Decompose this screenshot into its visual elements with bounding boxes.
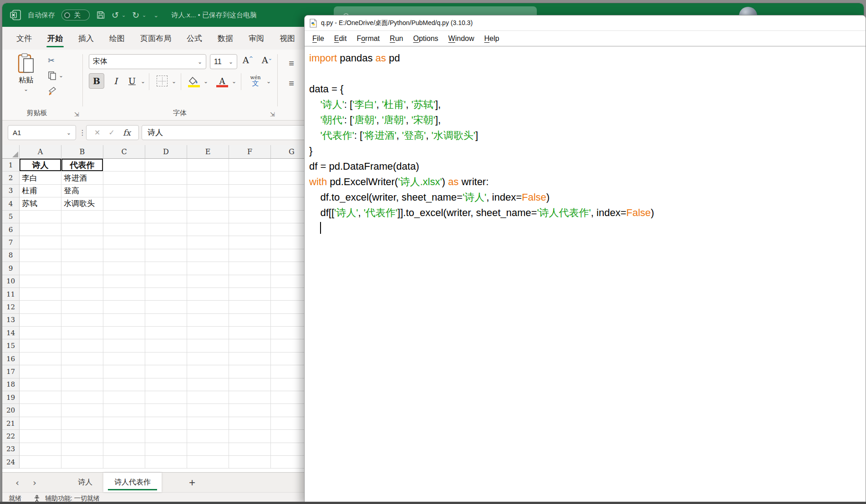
cell-F6[interactable]: [229, 223, 271, 236]
row-header-6[interactable]: 6: [2, 223, 20, 236]
cell-D17[interactable]: [145, 365, 187, 378]
cell-F14[interactable]: [229, 327, 271, 339]
sheet-tab-诗人[interactable]: 诗人: [67, 473, 103, 492]
align-button[interactable]: ≡: [281, 55, 302, 71]
cell-D11[interactable]: [145, 288, 187, 301]
cell-C5[interactable]: [103, 211, 145, 223]
row-header-19[interactable]: 19: [2, 391, 20, 404]
undo-chevron-icon[interactable]: ⌄: [122, 12, 126, 18]
ribbon-tab-公式[interactable]: 公式: [179, 27, 210, 50]
cell-B15[interactable]: [61, 339, 103, 352]
format-painter-button[interactable]: [48, 86, 63, 96]
autosave-toggle[interactable]: 关: [61, 10, 90, 20]
cell-C7[interactable]: [103, 236, 145, 249]
ribbon-tab-数据[interactable]: 数据: [210, 27, 241, 50]
font-dialog-launcher-icon[interactable]: ⇲: [270, 111, 275, 118]
cell-F22[interactable]: [229, 430, 271, 443]
cell-D10[interactable]: [145, 275, 187, 288]
cell-F10[interactable]: [229, 275, 271, 288]
code-editor[interactable]: import pandas as pddata = { '诗人': ['李白',…: [305, 46, 866, 504]
more-options-icon[interactable]: ⋮: [79, 125, 86, 140]
cell-E21[interactable]: [187, 417, 229, 430]
cell-C16[interactable]: [103, 353, 145, 365]
cell-A1[interactable]: 诗人: [20, 159, 61, 171]
cell-D7[interactable]: [145, 236, 187, 249]
grow-font-button[interactable]: A^: [243, 55, 253, 65]
row-header-3[interactable]: 3: [2, 185, 20, 197]
cell-F7[interactable]: [229, 236, 271, 249]
underline-chevron-icon[interactable]: ⌄: [141, 79, 145, 84]
cell-D14[interactable]: [145, 327, 187, 339]
cell-F11[interactable]: [229, 288, 271, 301]
insert-function-icon[interactable]: fx: [123, 128, 131, 137]
cell-E4[interactable]: [187, 197, 229, 210]
cell-E20[interactable]: [187, 404, 229, 417]
cell-C11[interactable]: [103, 288, 145, 301]
ribbon-tab-审阅[interactable]: 审阅: [241, 27, 272, 50]
ribbon-tab-绘图[interactable]: 绘图: [102, 27, 132, 50]
row-header-16[interactable]: 16: [2, 353, 20, 365]
cell-C20[interactable]: [103, 404, 145, 417]
cell-C13[interactable]: [103, 314, 145, 327]
cell-C19[interactable]: [103, 391, 145, 404]
cell-D9[interactable]: [145, 262, 187, 275]
cell-D18[interactable]: [145, 378, 187, 391]
cell-C18[interactable]: [103, 378, 145, 391]
cell-E1[interactable]: [187, 159, 229, 171]
cell-E5[interactable]: [187, 211, 229, 223]
cell-A8[interactable]: [20, 249, 61, 262]
cell-D16[interactable]: [145, 353, 187, 365]
cell-F19[interactable]: [229, 391, 271, 404]
quick-access-chevron-icon[interactable]: ⌄: [153, 12, 158, 19]
fill-color-chevron-icon[interactable]: ⌄: [204, 79, 208, 84]
row-header-21[interactable]: 21: [2, 417, 20, 430]
bold-button[interactable]: B: [89, 73, 104, 89]
cell-E15[interactable]: [187, 339, 229, 352]
row-header-24[interactable]: 24: [2, 456, 20, 469]
select-all-corner[interactable]: [2, 145, 20, 159]
cell-D2[interactable]: [145, 171, 187, 184]
cell-A13[interactable]: [20, 314, 61, 327]
cell-A14[interactable]: [20, 327, 61, 339]
ribbon-tab-页面布局[interactable]: 页面布局: [132, 27, 179, 50]
code-line-7[interactable]: }: [309, 143, 866, 159]
name-box[interactable]: A1 ⌄: [8, 125, 76, 140]
underline-button[interactable]: U: [124, 73, 140, 89]
row-header-7[interactable]: 7: [2, 236, 20, 249]
cell-C14[interactable]: [103, 327, 145, 339]
row-header-22[interactable]: 22: [2, 430, 20, 443]
cell-C1[interactable]: [103, 159, 145, 171]
phonetic-chevron-icon[interactable]: ⌄: [266, 79, 271, 84]
cell-A15[interactable]: [20, 339, 61, 352]
cell-A16[interactable]: [20, 353, 61, 365]
cell-D19[interactable]: [145, 391, 187, 404]
menu-edit[interactable]: Edit: [329, 35, 352, 43]
cell-C23[interactable]: [103, 443, 145, 456]
cell-B7[interactable]: [61, 236, 103, 249]
cell-C6[interactable]: [103, 223, 145, 236]
cell-A6[interactable]: [20, 223, 61, 236]
cell-E6[interactable]: [187, 223, 229, 236]
cell-D24[interactable]: [145, 456, 187, 469]
cell-A23[interactable]: [20, 443, 61, 456]
cell-A20[interactable]: [20, 404, 61, 417]
cancel-icon[interactable]: ✕: [94, 128, 100, 137]
prev-sheet-icon[interactable]: ‹: [9, 477, 26, 488]
code-line-4[interactable]: '诗人': ['李白', '杜甫', '苏轼'],: [309, 97, 866, 112]
code-line-11[interactable]: df[['诗人', '代表作']].to_excel(writer, sheet…: [309, 205, 866, 221]
sheet-tab-诗人代表作[interactable]: 诗人代表作: [103, 473, 162, 492]
cell-B21[interactable]: [61, 417, 103, 430]
row-header-17[interactable]: 17: [2, 365, 20, 378]
cell-B8[interactable]: [61, 249, 103, 262]
row-header-4[interactable]: 4: [2, 197, 20, 210]
cell-C9[interactable]: [103, 262, 145, 275]
cell-B2[interactable]: 将进酒: [61, 171, 103, 184]
align-button[interactable]: ≡: [281, 75, 302, 91]
cell-A2[interactable]: 李白: [20, 171, 61, 184]
cell-F2[interactable]: [229, 171, 271, 184]
code-line-10[interactable]: df.to_excel(writer, sheet_name='诗人', ind…: [309, 190, 866, 205]
copy-button[interactable]: ⌄: [48, 71, 63, 81]
row-header-20[interactable]: 20: [2, 404, 20, 417]
fill-color-button[interactable]: [186, 73, 202, 89]
cell-B11[interactable]: [61, 288, 103, 301]
